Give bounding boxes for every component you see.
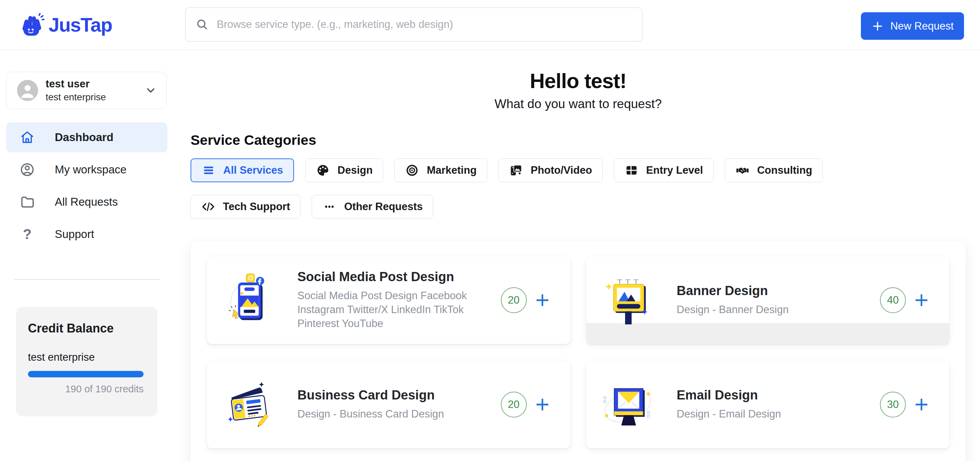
service-description: Design - Business Card Design [298, 407, 495, 421]
service-description: Design - Email Design [677, 407, 874, 421]
add-service-button[interactable] [911, 394, 932, 415]
credit-cost-badge: 30 [880, 392, 906, 417]
logo-text: JusTap [49, 14, 112, 36]
category-label: Entry Level [646, 164, 703, 176]
search-bar[interactable] [185, 8, 643, 41]
category-label: Photo/Video [531, 164, 592, 176]
category-marketing[interactable]: Marketing [395, 158, 487, 182]
new-request-button[interactable]: New Request [861, 12, 964, 40]
grid-icon [624, 163, 639, 177]
category-label: Tech Support [223, 201, 290, 213]
search-icon [196, 18, 208, 31]
service-cards-grid: Social Media Post Design Social Media Po… [207, 256, 950, 448]
credit-progress-fill [28, 371, 143, 377]
greeting: Hello test! [191, 69, 966, 93]
user-org: test enterprise [46, 92, 106, 103]
sidebar-nav: Dashboard My workspace All Requests ? Su… [6, 122, 167, 252]
category-entry-level[interactable]: Entry Level [614, 158, 714, 182]
folder-icon [20, 195, 35, 209]
main-content: Hello test! What do you want to request?… [180, 50, 980, 461]
code-icon [201, 200, 215, 214]
photo-stack-icon [509, 163, 523, 177]
category-tech-support[interactable]: Tech Support [191, 195, 301, 219]
add-service-button[interactable] [532, 394, 553, 415]
business-card-illustration [221, 369, 275, 440]
ellipsis-icon [322, 200, 337, 214]
sidebar-item-all-requests[interactable]: All Requests [6, 187, 167, 217]
service-description: Design - Banner Design [677, 303, 874, 317]
sidebar-item-dashboard[interactable]: Dashboard [6, 122, 167, 152]
category-label: Design [337, 164, 372, 176]
list-icon [202, 163, 216, 177]
user-name: test user [46, 78, 106, 90]
credit-cost-value: 40 [887, 294, 899, 306]
credit-cost-value: 30 [887, 398, 899, 411]
category-all-services[interactable]: All Services [191, 158, 294, 182]
credit-balance-title: Credit Balance [28, 321, 143, 336]
category-label: All Services [223, 164, 283, 176]
plus-icon [871, 20, 884, 33]
section-title: Service Categories [191, 132, 966, 148]
email-monitor-illustration [601, 369, 655, 440]
service-card-banner-design[interactable]: Banner Design Design - Banner Design 40 [586, 256, 950, 344]
sidebar-item-my-workspace[interactable]: My workspace [6, 155, 167, 185]
credit-balance-caption: 190 of 190 credits [28, 383, 143, 395]
user-card[interactable]: test user test enterprise [6, 72, 167, 109]
justap-hand-icon [19, 11, 46, 38]
phone-social-illustration [221, 264, 275, 336]
sidebar-item-label: My workspace [55, 163, 127, 176]
sidebar-item-label: Support [55, 228, 94, 241]
target-icon [405, 163, 419, 177]
handshake-icon [735, 163, 749, 177]
credit-balance-org: test enterprise [28, 351, 143, 363]
palette-icon [316, 163, 330, 177]
credit-cost-badge: 40 [880, 287, 906, 313]
credit-balance-card: Credit Balance test enterprise 190 of 19… [16, 307, 157, 416]
add-service-button[interactable] [532, 290, 553, 311]
billboard-illustration [601, 264, 655, 336]
category-photo-video[interactable]: Photo/Video [498, 158, 603, 182]
category-label: Other Requests [344, 201, 423, 213]
category-label: Marketing [427, 164, 476, 176]
service-card-business-card-design[interactable]: Business Card Design Design - Business C… [207, 361, 570, 448]
app-logo[interactable]: JusTap [19, 11, 112, 38]
add-service-button[interactable] [911, 290, 932, 311]
category-consulting[interactable]: Consulting [725, 158, 823, 182]
sidebar-item-label: Dashboard [55, 131, 113, 144]
service-card-social-media-post-design[interactable]: Social Media Post Design Social Media Po… [207, 256, 570, 344]
person-circle-icon [20, 162, 35, 177]
service-title: Social Media Post Design [298, 269, 495, 284]
app-header: JusTap New Request [0, 0, 980, 50]
greeting-question: What do you want to request? [191, 97, 966, 111]
category-label: Consulting [757, 164, 812, 176]
category-filters: All Services Design Marketing [191, 158, 891, 219]
sidebar-item-support[interactable]: ? Support [6, 219, 167, 249]
credit-cost-value: 20 [508, 294, 519, 306]
home-icon [20, 130, 35, 145]
avatar [17, 80, 38, 101]
services-panel: Social Media Post Design Social Media Po… [191, 241, 966, 461]
sidebar: test user test enterprise Dashboard My w… [0, 50, 180, 461]
credit-cost-value: 20 [508, 398, 519, 411]
credit-cost-badge: 20 [501, 392, 527, 417]
service-title: Business Card Design [298, 388, 495, 402]
service-card-email-design[interactable]: Email Design Design - Email Design 30 [586, 361, 950, 448]
chevron-down-icon [145, 84, 157, 97]
service-description: Social Media Post Design Facebook Instag… [298, 289, 495, 331]
credit-cost-badge: 20 [501, 287, 527, 313]
credit-progress-bar [28, 371, 143, 377]
new-request-label: New Request [890, 20, 953, 32]
service-title: Banner Design [677, 284, 874, 298]
divider [14, 279, 161, 280]
service-title: Email Design [677, 388, 874, 402]
sidebar-item-label: All Requests [55, 195, 118, 208]
question-mark-icon: ? [20, 227, 35, 242]
category-other-requests[interactable]: Other Requests [312, 195, 433, 219]
search-input[interactable] [216, 18, 632, 31]
category-design[interactable]: Design [305, 158, 383, 182]
